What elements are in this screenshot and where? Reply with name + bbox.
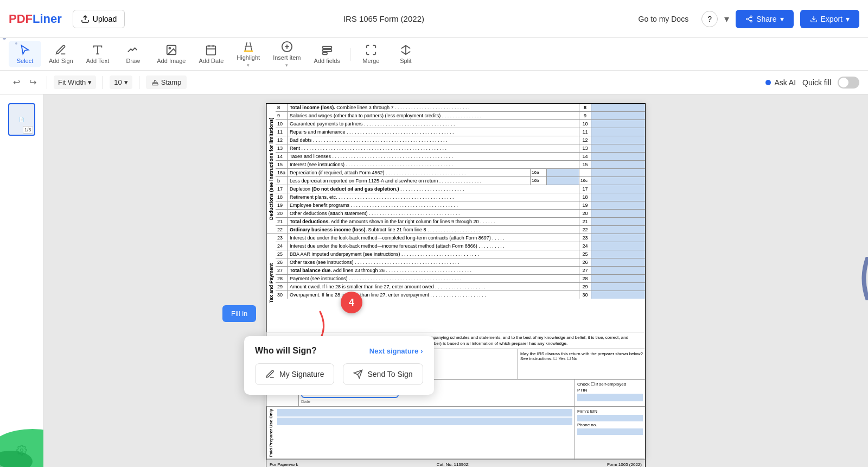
ask-ai-label: Ask AI xyxy=(765,78,796,87)
add-image-tool[interactable]: Add Image xyxy=(151,41,191,67)
sub-separator-1 xyxy=(47,76,47,89)
share-chevron: ▾ xyxy=(780,15,784,23)
deductions-rows: 8 Total income (loss). Combine lines 3 t… xyxy=(276,104,645,234)
for-paperwork-text: For Paperwork xyxy=(270,462,298,467)
table-row: 24 Interest due under the look-back meth… xyxy=(276,242,645,250)
table-row: 21 Total deductions. Add the amounts sho… xyxy=(276,218,645,226)
ask-ai-section: Ask AI Quick fill xyxy=(765,77,859,89)
settings-icon[interactable] xyxy=(14,442,30,458)
pdf-document: Deductions (see instructions for limitat… xyxy=(266,103,646,458)
svg-rect-41 xyxy=(152,84,158,85)
add-sign-label: Add Sign xyxy=(49,58,73,64)
svg-point-28 xyxy=(169,47,170,49)
content-area: Deductions (see instructions for limitat… xyxy=(43,94,868,467)
split-tool[interactable]: Split xyxy=(390,41,422,67)
help-button[interactable]: ? xyxy=(701,11,718,27)
table-row: 26 Other taxes (see instructions) . . . … xyxy=(276,258,645,267)
fit-width-label: Fit Width xyxy=(58,78,86,86)
undo-button[interactable]: ↩ xyxy=(9,75,24,90)
ask-ai-text: Ask AI xyxy=(774,78,796,87)
paid-preparer-section: Paid Preparer Use Only Firm's EIN Phone … xyxy=(266,407,645,460)
table-row: 29 Amount owed. If line 28 is smaller th… xyxy=(276,283,645,291)
draw-tool[interactable]: Draw xyxy=(117,41,149,67)
page-num-badge: 1/5 xyxy=(23,126,33,134)
table-row: 30 Overpayment. If line 28 is larger tha… xyxy=(276,291,645,299)
check-ptin-section: Check ☐ if self-employed PTIN xyxy=(575,380,645,406)
toolbar: Select Add Sign Add Text Draw Add Image … xyxy=(0,38,868,71)
dropdown-button[interactable]: ▾ xyxy=(724,13,729,25)
redo-button[interactable]: ↪ xyxy=(25,75,40,90)
highlight-chevron: ▾ xyxy=(247,62,250,68)
table-row: 28 Payment (see instructions) . . . . . … xyxy=(276,275,645,283)
quick-fill-toggle[interactable] xyxy=(838,77,859,89)
send-to-sign-label: Send To Sign xyxy=(367,370,412,378)
add-text-tool[interactable]: Add Text xyxy=(81,41,115,67)
logo: PDFLiner xyxy=(9,12,62,26)
next-sig-arrow: › xyxy=(420,347,423,355)
tax-payment-label: Tax and Payment xyxy=(266,234,276,332)
svg-point-20 xyxy=(746,18,749,20)
sign-options: My Signature Send To Sign xyxy=(255,363,423,385)
add-fields-tool[interactable]: Add fields xyxy=(309,41,346,67)
my-signature-label: My Signature xyxy=(279,370,324,378)
merge-tool[interactable]: Merge xyxy=(355,41,387,67)
stamp-button[interactable]: Stamp xyxy=(146,75,187,89)
share-button[interactable]: Share ▾ xyxy=(736,10,793,28)
doc-title: IRS 1065 Form (2022) xyxy=(136,14,631,23)
highlight-tool[interactable]: Highlight ▾ xyxy=(231,37,265,71)
export-chevron: ▾ xyxy=(846,15,850,23)
table-row: 23 Interest due under the look-back meth… xyxy=(276,234,645,242)
table-row: 18 Retirement plans, etc. . . . . . . . … xyxy=(276,193,645,201)
irs-discuss-section: May the IRS discuss this return with the… xyxy=(518,349,645,379)
fit-width-button[interactable]: Fit Width ▾ xyxy=(54,75,96,89)
add-text-label: Add Text xyxy=(86,58,110,64)
next-signature-link[interactable]: Next signature › xyxy=(369,347,423,355)
page-thumb-content: 📄 xyxy=(19,117,24,122)
table-row: 16a Depreciation (if required, attach Fo… xyxy=(276,169,645,177)
page-thumbnail[interactable]: 📄 1/5 xyxy=(8,103,35,136)
svg-point-42 xyxy=(20,449,23,452)
select-tool[interactable]: Select xyxy=(9,41,41,67)
logo-pdf: PDF xyxy=(9,12,33,26)
stamp-label: Stamp xyxy=(161,78,182,86)
split-label: Split xyxy=(400,58,411,64)
highlight-label: Highlight xyxy=(237,54,260,61)
table-row: 14 Taxes and licenses . . . . . . . . . … xyxy=(276,153,645,161)
upload-button[interactable]: Upload xyxy=(73,10,125,28)
export-button[interactable]: Export ▾ xyxy=(800,10,859,28)
add-date-tool[interactable]: Add Date xyxy=(193,41,229,67)
table-row: 27 Total balance due. Add lines 23 throu… xyxy=(276,267,645,275)
main-area: 📄 1/5 Deductions (see instructions for l… xyxy=(0,94,868,467)
table-row: 11 Repairs and maintenance . . . . . . .… xyxy=(276,128,645,136)
table-row: 20 Other deductions (attach statement) .… xyxy=(276,210,645,218)
quick-fill-label: Quick fill xyxy=(802,78,831,87)
add-sign-tool[interactable]: Add Sign xyxy=(43,41,79,67)
my-signature-button[interactable]: My Signature xyxy=(255,363,334,385)
table-row: 10 Guaranteed payments to partners . . .… xyxy=(276,120,645,128)
date-label-second: Date xyxy=(301,399,572,404)
next-sig-text: Next signature xyxy=(369,347,418,355)
toggle-knob xyxy=(839,78,848,87)
export-label: Export xyxy=(821,15,843,23)
table-row: b Less depreciation reported on Form 112… xyxy=(276,177,645,185)
logo-liner: Liner xyxy=(33,12,62,26)
page-number-button[interactable]: 10 ▾ xyxy=(110,75,132,89)
table-row: 8 Total income (loss). Combine lines 3 t… xyxy=(276,104,645,112)
table-row: 25 BBA AAR imputed underpayment (see ins… xyxy=(276,250,645,258)
insert-item-label: Insert item xyxy=(273,54,301,61)
left-sidebar: 📄 1/5 xyxy=(0,94,43,467)
insert-item-tool[interactable]: Insert item ▾ xyxy=(267,37,306,71)
sub-separator-3 xyxy=(139,76,139,89)
add-fields-label: Add fields xyxy=(314,58,340,64)
who-will-sign-popup: Who will Sign? Next signature › My Signa… xyxy=(244,336,434,395)
select-label: Select xyxy=(17,58,34,64)
go-to-docs-link[interactable]: Go to my Docs xyxy=(632,10,695,28)
merge-label: Merge xyxy=(362,58,379,64)
svg-point-19 xyxy=(750,16,752,18)
fill-in-button[interactable]: Fill in xyxy=(222,305,256,322)
page-number: 10 xyxy=(114,78,122,86)
deductions-label: Deductions (see instructions for limitat… xyxy=(266,104,276,234)
ask-ai-dot xyxy=(765,80,771,85)
send-to-sign-button[interactable]: Send To Sign xyxy=(343,363,423,385)
svg-line-23 xyxy=(748,17,750,18)
